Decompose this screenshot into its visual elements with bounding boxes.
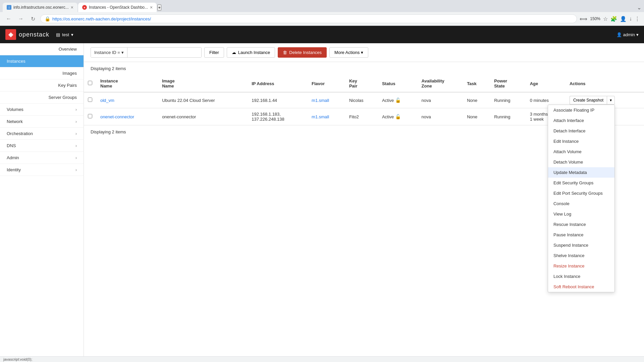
- dns-chevron: ›: [75, 143, 77, 148]
- col-key-pair: KeyPair: [345, 75, 378, 92]
- dns-label: DNS: [7, 143, 16, 148]
- server-groups-label: Server Groups: [48, 95, 77, 100]
- address-bar[interactable]: 🔒 https://os.eonerc.rwth-aachen.de/proje…: [40, 14, 577, 23]
- table-row: old_vm Ubuntu 22.04 Cloud Server 192.168…: [84, 92, 644, 108]
- sidebar-item-server-groups[interactable]: Server Groups: [0, 92, 84, 104]
- col-flavor: Flavor: [308, 75, 345, 92]
- row2-az: nova: [418, 108, 463, 125]
- network-chevron: ›: [75, 119, 77, 124]
- tab-close-info[interactable]: ×: [71, 5, 73, 10]
- instances-table: InstanceName ImageName IP Address Flavor…: [84, 75, 644, 125]
- os-user-menu[interactable]: 👤 admin ▾: [616, 32, 639, 37]
- os-header: ◈ openstack ▤ test ▾ 👤 admin ▾: [0, 26, 644, 43]
- row2-flavor: m1.small: [308, 108, 345, 125]
- menu-pause-instance[interactable]: Pause Instance: [548, 230, 614, 240]
- row2-instance-name: onenet-connector: [96, 108, 158, 125]
- menu-attach-volume[interactable]: Attach Volume: [548, 146, 614, 157]
- menu-lock-instance[interactable]: Lock Instance: [548, 271, 614, 282]
- row1-flavor: m1.small: [308, 92, 345, 108]
- downloads-icon[interactable]: ↓: [629, 16, 632, 22]
- new-tab-button[interactable]: +: [157, 4, 161, 11]
- sidebar-item-images[interactable]: Images: [0, 67, 84, 79]
- back-button[interactable]: ←: [4, 14, 13, 23]
- select-all-checkbox[interactable]: [88, 81, 92, 85]
- sidebar-item-identity[interactable]: Identity ›: [0, 164, 84, 176]
- sidebar-item-admin[interactable]: Admin ›: [0, 152, 84, 164]
- row2-status: Active 🔓: [378, 108, 418, 125]
- col-instance-name: InstanceName: [96, 75, 158, 92]
- identity-label: Identity: [7, 167, 21, 172]
- row1-instance-link[interactable]: old_vm: [100, 98, 114, 103]
- tab-title-instances: Instances - OpenStack Dashbo...: [89, 5, 148, 10]
- menu-rescue-instance[interactable]: Rescue Instance: [548, 219, 614, 230]
- tab-instances[interactable]: ● Instances - OpenStack Dashbo... ×: [78, 3, 157, 12]
- translate-icon[interactable]: ⟺: [580, 16, 587, 22]
- row2-checkbox[interactable]: [88, 114, 92, 118]
- sidebar-item-instances[interactable]: Instances: [0, 55, 84, 67]
- minimize-icon[interactable]: ⌄: [637, 4, 641, 11]
- delete-icon: 🗑: [283, 50, 287, 55]
- row1-checkbox[interactable]: [88, 98, 92, 102]
- col-availability-zone: AvailabilityZone: [418, 75, 463, 92]
- menu-detach-volume[interactable]: Detach Volume: [548, 157, 614, 167]
- sidebar-item-dns[interactable]: DNS ›: [0, 140, 84, 152]
- status-text: javascript:void(0);: [3, 357, 32, 361]
- tab-close-instances[interactable]: ×: [150, 5, 153, 10]
- col-image-name: ImageName: [158, 75, 248, 92]
- menu-update-metadata[interactable]: Update Metadata: [548, 167, 614, 178]
- row1-action-button[interactable]: Create Snapshot: [570, 96, 607, 105]
- menu-edit-instance[interactable]: Edit Instance: [548, 136, 614, 146]
- os-main-wrapper: Overview Instances Images Key Pairs Serv…: [0, 43, 644, 362]
- row1-az: nova: [418, 92, 463, 108]
- filter-select[interactable]: Instance ID = ▾: [91, 48, 127, 57]
- tab-info[interactable]: i info.infrastructure.osc.eonerc... ×: [3, 3, 77, 12]
- project-name: test: [62, 32, 69, 37]
- os-project-selector[interactable]: ▤ test ▾: [56, 32, 73, 37]
- menu-associate-floating-ip[interactable]: Associate Floating IP: [548, 105, 614, 115]
- row2-instance-link[interactable]: onenet-connector: [100, 114, 134, 119]
- launch-instance-button[interactable]: ☁ Launch Instance: [227, 47, 275, 58]
- orchestration-label: Orchestration: [7, 131, 33, 136]
- row2-flavor-link[interactable]: m1.small: [312, 114, 329, 119]
- col-power-state: PowerState: [490, 75, 526, 92]
- menu-edit-port-security-groups[interactable]: Edit Port Security Groups: [548, 188, 614, 198]
- row1-action-dropdown-toggle[interactable]: ▾: [607, 96, 615, 105]
- table-display-info: Displaying 2 items: [84, 62, 644, 75]
- reload-button[interactable]: ↻: [28, 14, 38, 23]
- images-label: Images: [62, 71, 77, 76]
- keypairs-label: Key Pairs: [58, 83, 77, 88]
- project-icon: ▤: [56, 32, 60, 37]
- sidebar-item-keypairs[interactable]: Key Pairs: [0, 79, 84, 92]
- row1-checkbox-cell: [84, 92, 96, 108]
- filter-button[interactable]: Filter: [204, 47, 224, 58]
- tab-title-info: info.infrastructure.osc.eonerc...: [13, 5, 69, 10]
- menu-edit-security-groups[interactable]: Edit Security Groups: [548, 178, 614, 188]
- menu-soft-reboot-instance[interactable]: Soft Reboot Instance: [548, 282, 614, 292]
- browser-chrome: i info.infrastructure.osc.eonerc... × ● …: [0, 0, 644, 26]
- profile-icon[interactable]: 👤: [620, 16, 627, 22]
- filter-input[interactable]: [127, 48, 201, 57]
- menu-resize-instance[interactable]: Resize Instance: [548, 261, 614, 271]
- extensions-icon[interactable]: 🧩: [610, 16, 617, 22]
- sidebar-item-volumes[interactable]: Volumes ›: [0, 104, 84, 116]
- forward-button[interactable]: →: [16, 14, 25, 23]
- star-icon[interactable]: ☆: [603, 16, 608, 22]
- menu-suspend-instance[interactable]: Suspend Instance: [548, 240, 614, 250]
- col-age: Age: [526, 75, 566, 92]
- sidebar-overview[interactable]: Overview: [0, 43, 84, 55]
- menu-attach-interface[interactable]: Attach Interface: [548, 115, 614, 126]
- menu-shelve-instance[interactable]: Shelve Instance: [548, 250, 614, 261]
- sidebar-item-network[interactable]: Network ›: [0, 116, 84, 128]
- menu-view-log[interactable]: View Log: [548, 209, 614, 219]
- delete-instances-button[interactable]: 🗑 Delete Instances: [278, 47, 327, 58]
- row1-flavor-link[interactable]: m1.small: [312, 98, 329, 103]
- sidebar-item-orchestration[interactable]: Orchestration ›: [0, 128, 84, 140]
- network-label: Network: [7, 119, 23, 124]
- menu-icon[interactable]: ⋮: [635, 16, 640, 22]
- display-count-bottom: Displaying 2 items: [91, 129, 126, 134]
- menu-console[interactable]: Console: [548, 198, 614, 209]
- col-ip-address: IP Address: [248, 75, 308, 92]
- menu-detach-interface[interactable]: Detach Interface: [548, 126, 614, 136]
- row2-image-name: onenet-connector: [158, 108, 248, 125]
- more-actions-button[interactable]: More Actions ▾: [329, 47, 368, 58]
